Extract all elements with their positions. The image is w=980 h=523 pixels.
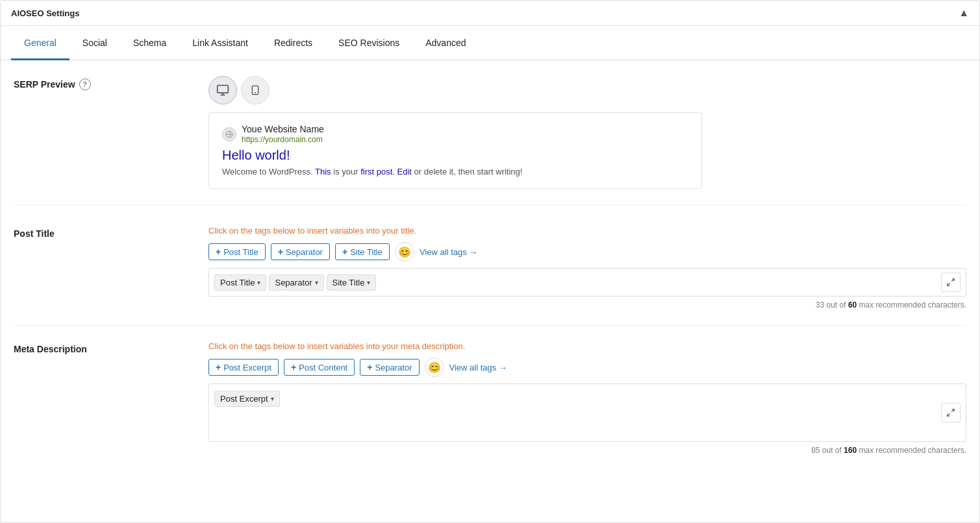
collapse-icon[interactable]: ▲ xyxy=(959,7,969,19)
chip-separator[interactable]: Separator ▾ xyxy=(269,274,323,291)
tag-btn-post-excerpt[interactable]: + Post Excerpt xyxy=(208,359,279,376)
emoji-btn-post-title[interactable]: 😊 xyxy=(395,242,414,262)
post-title-instruction: Click on the tags below to insert variab… xyxy=(208,226,966,236)
serp-preview-section: SERP Preview ? xyxy=(14,76,966,205)
svg-line-8 xyxy=(948,283,950,286)
tag-btn-separator-meta[interactable]: + Separator xyxy=(360,359,419,376)
serp-preview-label: SERP Preview ? xyxy=(14,76,208,90)
post-title-input[interactable]: Post Title ▾ Separator ▾ Site Title ▾ xyxy=(208,268,966,297)
chip-chevron: ▾ xyxy=(257,279,260,286)
desktop-device-btn[interactable] xyxy=(208,76,237,104)
svg-line-9 xyxy=(951,409,954,412)
device-icons xyxy=(208,76,966,104)
tag-btn-site-title[interactable]: + Site Title xyxy=(335,243,390,260)
meta-description-expand-btn[interactable] xyxy=(941,403,961,422)
tab-advanced[interactable]: Advanced xyxy=(412,26,479,60)
post-title-tags-row: + Post Title + Separator + Site Title 😊 … xyxy=(208,242,966,262)
serp-preview-box: Youe Website Name https://yourdomain.com… xyxy=(208,112,702,189)
chip-post-excerpt[interactable]: Post Excerpt ▾ xyxy=(214,391,280,407)
chip-site-title[interactable]: Site Title ▾ xyxy=(327,274,377,291)
meta-description-section: Meta Description Click on the tags below… xyxy=(14,341,966,470)
chip-chevron-excerpt: ▾ xyxy=(271,395,274,402)
tab-social[interactable]: Social xyxy=(69,26,120,60)
serp-site-row: Youe Website Name https://yourdomain.com xyxy=(222,123,688,145)
svg-line-10 xyxy=(948,413,950,416)
serp-preview-content: Youe Website Name https://yourdomain.com… xyxy=(208,76,966,189)
tag-btn-post-title[interactable]: + Post Title xyxy=(208,243,266,260)
mobile-device-btn[interactable] xyxy=(241,76,270,104)
tab-link-assistant[interactable]: Link Assistant xyxy=(179,26,261,60)
serp-url: https://yourdomain.com xyxy=(242,135,324,145)
tabs-bar: General Social Schema Link Assistant Red… xyxy=(1,26,979,60)
meta-description-char-count: 85 out of 160 max recommended characters… xyxy=(208,446,966,455)
meta-description-input[interactable]: Post Excerpt ▾ xyxy=(208,383,966,442)
post-title-label: Post Title xyxy=(14,226,208,239)
serp-description: Welcome to WordPress. This is your first… xyxy=(222,165,688,178)
chip-chevron-2: ▾ xyxy=(315,279,318,286)
meta-description-content: Click on the tags below to insert variab… xyxy=(208,341,966,455)
meta-description-instruction: Click on the tags below to insert variab… xyxy=(208,341,966,351)
tag-btn-separator[interactable]: + Separator xyxy=(271,243,330,260)
serp-site-info: Youe Website Name https://yourdomain.com xyxy=(242,123,324,145)
meta-description-label: Meta Description xyxy=(14,341,208,354)
emoji-btn-meta-description[interactable]: 😊 xyxy=(425,358,444,377)
post-title-char-count: 33 out of 60 max recommended characters. xyxy=(208,300,966,310)
tag-btn-post-content[interactable]: + Post Content xyxy=(284,359,355,376)
chip-post-title[interactable]: Post Title ▾ xyxy=(214,274,266,291)
post-title-section: Post Title Click on the tags below to in… xyxy=(14,226,966,326)
tab-redirects[interactable]: Redirects xyxy=(261,26,325,60)
view-all-tags-link-meta[interactable]: View all tags → xyxy=(449,363,507,372)
tab-schema[interactable]: Schema xyxy=(120,26,179,60)
svg-rect-0 xyxy=(218,86,229,93)
post-title-expand-btn[interactable] xyxy=(941,273,961,292)
chip-chevron-3: ▾ xyxy=(367,279,370,286)
help-icon[interactable]: ? xyxy=(79,79,91,90)
serp-site-name: Youe Website Name xyxy=(242,123,324,135)
view-all-tags-link-post-title[interactable]: View all tags → xyxy=(420,247,477,257)
serp-title[interactable]: Hello world! xyxy=(222,148,688,163)
serp-favicon xyxy=(222,127,236,141)
svg-line-7 xyxy=(951,279,954,282)
post-title-content: Click on the tags below to insert variab… xyxy=(208,226,966,310)
tab-general[interactable]: General xyxy=(11,26,69,60)
meta-description-tags-row: + Post Excerpt + Post Content + Separato… xyxy=(208,358,966,377)
tab-seo-revisions[interactable]: SEO Revisions xyxy=(325,26,412,60)
panel-title: AIOSEO Settings xyxy=(11,8,79,18)
